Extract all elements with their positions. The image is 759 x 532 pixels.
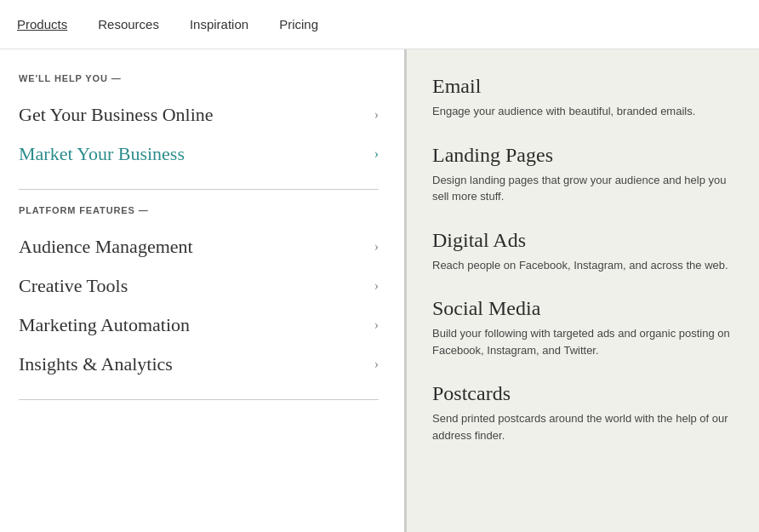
chevron-market-business: › (374, 146, 379, 162)
menu-item-get-business-online[interactable]: Get Your Business Online › (19, 95, 379, 134)
menu-item-audience-management[interactable]: Audience Management › (19, 227, 379, 266)
right-item-digital-ads: Digital Ads Reach people on Facebook, In… (432, 229, 733, 274)
menu-item-creative-tools-label: Creative Tools (19, 275, 128, 297)
right-item-email-desc: Engage your audience with beautiful, bra… (432, 103, 733, 120)
menu-item-insights-analytics[interactable]: Insights & Analytics › (19, 345, 379, 384)
menu-item-creative-tools[interactable]: Creative Tools › (19, 266, 379, 306)
chevron-get-business-online: › (374, 107, 379, 123)
right-item-landing-pages-title: Landing Pages (432, 144, 733, 167)
right-item-postcards-desc: Send printed postcards around the world … (432, 410, 733, 443)
right-item-postcards-title: Postcards (432, 382, 733, 405)
right-item-social-media: Social Media Build your following with t… (432, 297, 733, 358)
menu-item-market-business-label: Market Your Business (19, 143, 185, 165)
right-item-landing-pages-desc: Design landing pages that grow your audi… (432, 172, 733, 205)
menu-item-insights-analytics-label: Insights & Analytics (19, 353, 173, 375)
platform-features-section: PLATFORM FEATURES — Audience Management … (19, 205, 379, 384)
chevron-insights-analytics: › (374, 357, 379, 372)
chevron-creative-tools: › (374, 278, 379, 294)
section2-label: PLATFORM FEATURES — (19, 205, 379, 215)
right-item-postcards: Postcards Send printed postcards around … (432, 382, 733, 443)
left-panel: WE'LL HELP YOU — Get Your Business Onlin… (0, 49, 404, 532)
nav-item-products[interactable]: Products (17, 14, 67, 35)
right-item-social-media-desc: Build your following with targeted ads a… (432, 325, 733, 358)
right-item-digital-ads-title: Digital Ads (432, 229, 733, 252)
top-nav: Products Resources Inspiration Pricing (0, 0, 759, 49)
nav-item-pricing[interactable]: Pricing (279, 14, 318, 35)
right-item-landing-pages: Landing Pages Design landing pages that … (432, 144, 733, 205)
divider-1 (19, 189, 379, 190)
section1-label: WE'LL HELP YOU — (19, 73, 379, 83)
we-help-section: WE'LL HELP YOU — Get Your Business Onlin… (19, 73, 379, 174)
right-item-email: Email Engage your audience with beautifu… (432, 75, 733, 120)
nav-item-resources[interactable]: Resources (98, 14, 159, 35)
chevron-marketing-automation: › (374, 317, 379, 333)
right-item-email-title: Email (432, 75, 733, 98)
right-panel: Email Engage your audience with beautifu… (404, 49, 759, 532)
right-item-digital-ads-desc: Reach people on Facebook, Instagram, and… (432, 257, 733, 274)
divider-2 (19, 399, 379, 400)
menu-item-get-business-online-label: Get Your Business Online (19, 104, 214, 126)
menu-item-audience-management-label: Audience Management (19, 236, 193, 258)
right-item-social-media-title: Social Media (432, 297, 733, 320)
chevron-audience-management: › (374, 239, 379, 255)
menu-item-marketing-automation[interactable]: Marketing Automation › (19, 306, 379, 345)
main-layout: WE'LL HELP YOU — Get Your Business Onlin… (0, 49, 759, 532)
menu-item-marketing-automation-label: Marketing Automation (19, 314, 190, 336)
menu-item-market-business[interactable]: Market Your Business › (19, 134, 379, 174)
nav-item-inspiration[interactable]: Inspiration (190, 14, 248, 35)
